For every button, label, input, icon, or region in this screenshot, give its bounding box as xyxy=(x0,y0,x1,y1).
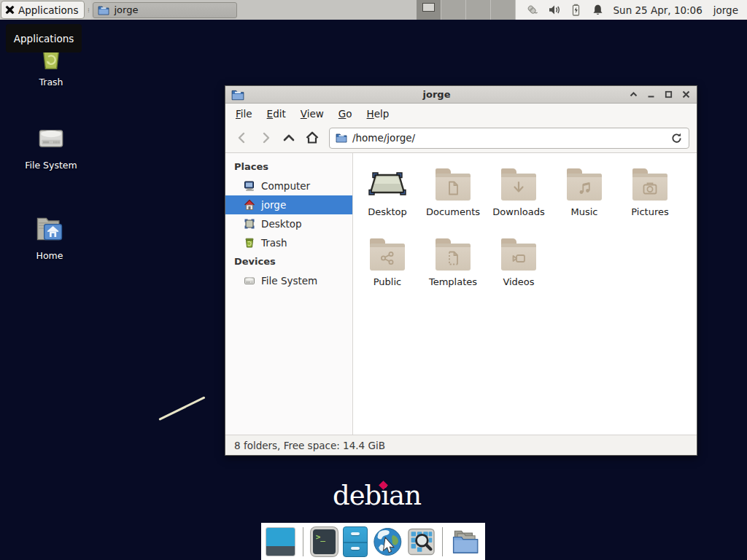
folder-icon xyxy=(370,244,405,271)
folder-icon xyxy=(336,133,347,143)
terminal-launcher[interactable]: >_ xyxy=(311,527,338,556)
statusbar: 8 folders, Free space: 14.4 GiB xyxy=(225,435,697,455)
desktop-icon xyxy=(244,218,255,230)
workspace-3[interactable] xyxy=(466,0,491,20)
minimize-button[interactable] xyxy=(646,90,656,99)
sidebar-item-jorge[interactable]: jorge xyxy=(225,195,352,214)
taskbar-window-button[interactable]: jorge xyxy=(93,2,237,18)
show-desktop-button[interactable] xyxy=(266,527,295,556)
window-folder-icon xyxy=(231,89,244,101)
computer-icon xyxy=(244,180,255,192)
page-glyph xyxy=(444,179,462,197)
file-label: Pictures xyxy=(631,206,668,217)
sidebar-item-desktop[interactable]: Desktop xyxy=(225,214,352,233)
sidebar-item-label: Desktop xyxy=(261,218,302,230)
volume-icon[interactable] xyxy=(548,4,560,16)
desktop-icon-label: Trash xyxy=(39,77,63,88)
folder-launcher[interactable] xyxy=(449,527,481,556)
sidebar-item-file-system[interactable]: File System xyxy=(225,271,352,290)
file-label: Videos xyxy=(503,276,534,287)
home-button[interactable] xyxy=(303,128,322,147)
battery-charging-icon[interactable] xyxy=(570,4,582,16)
xfce-logo-icon xyxy=(5,5,15,15)
hard-drive-icon xyxy=(34,122,69,155)
desktop-special-icon xyxy=(367,166,408,201)
workspace-1[interactable] xyxy=(417,0,441,20)
debian-logo-text: debian xyxy=(333,480,421,511)
file-item-downloads[interactable]: Downloads xyxy=(486,163,551,224)
sidebar-item-label: jorge xyxy=(261,199,286,211)
workspace-2[interactable] xyxy=(441,0,466,20)
clock[interactable]: Sun 25 Apr, 10:06 xyxy=(614,4,703,16)
back-button[interactable] xyxy=(233,128,252,147)
file-item-documents[interactable]: Documents xyxy=(420,163,486,224)
web-browser-launcher[interactable] xyxy=(373,526,403,558)
desktop-icon-label: Home xyxy=(36,250,63,261)
applications-tooltip: Applications xyxy=(6,24,82,52)
maximize-button[interactable] xyxy=(664,90,673,99)
folder-icon xyxy=(436,244,471,271)
music-notes-glyph xyxy=(576,179,593,197)
close-button[interactable] xyxy=(681,90,691,99)
file-item-music[interactable]: Music xyxy=(551,163,617,224)
bell-icon[interactable] xyxy=(592,4,604,16)
titlebar[interactable]: jorge xyxy=(225,86,697,104)
window-controls xyxy=(629,90,691,99)
menu-edit[interactable]: Edit xyxy=(260,105,293,122)
template-page-glyph xyxy=(444,249,462,267)
home-icon xyxy=(305,131,320,145)
menu-go[interactable]: Go xyxy=(331,105,360,122)
panel-grip-handle[interactable]: ⁞ xyxy=(85,0,91,20)
file-label: Templates xyxy=(429,276,477,287)
file-label: Music xyxy=(571,206,598,217)
forward-button[interactable] xyxy=(256,128,275,147)
file-manager-launcher[interactable] xyxy=(343,526,367,557)
camera-glyph xyxy=(641,179,659,197)
terminal-prompt-glyph: >_ xyxy=(316,532,325,542)
workspace-4[interactable] xyxy=(491,0,516,20)
dock: >_ xyxy=(261,523,485,560)
app-finder-launcher[interactable] xyxy=(408,527,435,556)
reload-icon[interactable] xyxy=(670,132,683,144)
menu-view[interactable]: View xyxy=(293,105,331,122)
down-arrow-glyph xyxy=(510,179,527,197)
home-folder-icon xyxy=(32,213,67,245)
file-item-pictures[interactable]: Pictures xyxy=(617,163,683,224)
hard-drive-icon xyxy=(244,275,255,287)
user-menu[interactable]: jorge xyxy=(713,4,738,16)
sidebar-item-label: Computer xyxy=(261,180,310,192)
location-bar[interactable]: /home/jorge/ xyxy=(329,128,689,149)
file-item-videos[interactable]: Videos xyxy=(486,233,551,294)
menu-help[interactable]: Help xyxy=(360,105,397,122)
file-item-public[interactable]: Public xyxy=(355,233,420,294)
system-tray: Sun 25 Apr, 10:06 jorge xyxy=(516,0,747,20)
desktop-scribble-line xyxy=(158,396,205,420)
up-button[interactable] xyxy=(279,128,298,147)
file-label: Desktop xyxy=(368,206,407,217)
applications-menu-label: Applications xyxy=(18,4,78,16)
chevron-up-icon xyxy=(282,131,296,145)
applications-menu-button[interactable]: Applications xyxy=(1,1,85,19)
menubar: File Edit View Go Help xyxy=(225,104,697,123)
desktop-icon-home[interactable]: Home xyxy=(15,213,85,261)
sidebar-item-computer[interactable]: Computer xyxy=(225,176,352,195)
folder-icon xyxy=(567,174,602,201)
file-item-desktop[interactable]: Desktop xyxy=(355,163,420,224)
file-item-templates[interactable]: Templates xyxy=(420,233,486,294)
share-glyph xyxy=(379,249,396,267)
workspace-window-thumbnail xyxy=(422,3,435,12)
window-title: jorge xyxy=(244,89,629,100)
applications-tooltip-text: Applications xyxy=(14,33,74,44)
location-path[interactable]: /home/jorge/ xyxy=(352,132,665,144)
taskbar: jorge xyxy=(91,0,416,20)
file-label: Documents xyxy=(426,206,480,217)
shade-button[interactable] xyxy=(629,90,638,99)
mouse-icon[interactable] xyxy=(526,4,538,16)
desktop-icon-file-system[interactable]: File System xyxy=(16,122,86,171)
home-icon xyxy=(244,199,255,211)
menu-file[interactable]: File xyxy=(228,105,260,122)
devices-header: Devices xyxy=(225,252,352,271)
file-list: Desktop Documents Downloads Music Pictur… xyxy=(353,153,697,435)
sidebar-item-trash[interactable]: Trash xyxy=(225,233,352,252)
status-text: 8 folders, Free space: 14.4 GiB xyxy=(234,440,385,451)
